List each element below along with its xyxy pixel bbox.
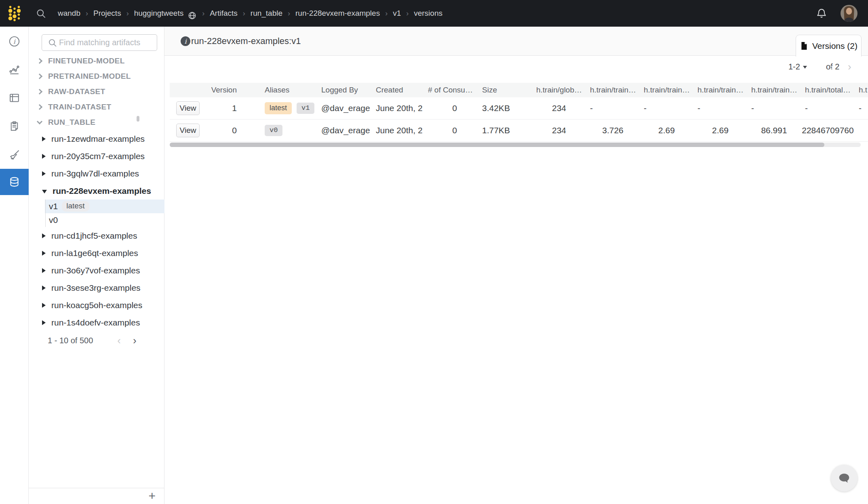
cell-consumers: 0 — [428, 103, 481, 113]
logs-clipboard-icon[interactable] — [0, 113, 29, 139]
triangle-right-icon — [42, 320, 46, 325]
breadcrumb-wandb[interactable]: wandb — [58, 9, 80, 18]
column-header-created[interactable]: Created — [376, 86, 428, 94]
breadcrumb-artifacts[interactable]: Artifacts — [210, 9, 238, 18]
tree-section-raw-dataset[interactable]: RAW-DATASET — [29, 84, 164, 99]
versions-table: Version Aliases Logged By Created # of C… — [170, 83, 868, 142]
column-header-h-train-global[interactable]: h.train/glob… — [532, 86, 586, 94]
table-horizontal-scrollbar-thumb[interactable] — [170, 143, 824, 147]
breadcrumb-artifact-name[interactable]: run-228evxem-examples — [295, 9, 380, 18]
tree-run-item[interactable]: run-1s4doefv-examples — [29, 314, 164, 331]
main-content: i run-228evxem-examples:v1 Versions (2) … — [164, 27, 868, 504]
latest-badge: latest — [62, 201, 89, 212]
column-header-h-train-1[interactable]: h.train/train… — [586, 86, 640, 94]
table-horizontal-scrollbar — [170, 143, 861, 147]
column-header-h-train-2[interactable]: h.train/train… — [640, 86, 693, 94]
search-icon[interactable] — [36, 8, 46, 19]
chevron-right-icon — [37, 89, 42, 94]
column-header-clipped[interactable]: h.t — [855, 86, 868, 94]
chevron-right-icon — [37, 58, 42, 64]
tree-run-item[interactable]: run-koacg5oh-examples — [29, 296, 164, 314]
version-item-v1[interactable]: v1 latest — [45, 200, 164, 213]
tree-run-item[interactable]: run-1zewdmar-examples — [29, 130, 164, 147]
charts-icon[interactable] — [0, 57, 29, 82]
alias-badge-version: v0 — [265, 125, 282, 136]
tree-run-item[interactable]: run-la1ge6qt-examples — [29, 244, 164, 262]
artifact-search-input[interactable] — [59, 38, 157, 47]
overview-info-icon[interactable]: i — [0, 28, 29, 54]
section-label: RUN_TABLE — [48, 118, 95, 127]
cell-aliases: latest v1 — [245, 102, 319, 114]
cell-created: June 20th, 2 — [376, 103, 428, 113]
wandb-logo-icon[interactable] — [6, 4, 23, 23]
sidebar-scrollbar-thumb[interactable] — [137, 116, 139, 122]
tree-run-item[interactable]: run-3sese3rg-examples — [29, 279, 164, 296]
column-header-size[interactable]: Size — [481, 86, 532, 94]
triangle-right-icon — [42, 303, 46, 308]
view-button[interactable]: View — [176, 124, 200, 137]
cell-h-train-1: - — [586, 103, 640, 113]
column-header-h-train-total[interactable]: h.train/total… — [801, 86, 855, 94]
help-chat-button[interactable] — [831, 465, 857, 491]
table-next-page-button[interactable]: › — [848, 61, 851, 73]
artifact-header-bar: i run-228evxem-examples:v1 — [164, 27, 868, 56]
column-header-version[interactable]: Version — [206, 86, 245, 94]
tree-run-item[interactable]: run-3gqlw7dl-examples — [29, 165, 164, 182]
breadcrumb-separator: › — [126, 9, 129, 18]
sweeps-broom-icon[interactable] — [0, 142, 29, 168]
column-header-aliases[interactable]: Aliases — [245, 86, 319, 94]
sidebar-prev-page-button[interactable]: ‹ — [117, 335, 121, 346]
indent-guide — [45, 200, 46, 227]
cell-version: 0 — [206, 126, 245, 135]
user-avatar[interactable] — [841, 5, 857, 22]
tree-run-item[interactable]: run-3o6y7vof-examples — [29, 262, 164, 279]
breadcrumb-version[interactable]: v1 — [393, 9, 401, 18]
notifications-bell-icon[interactable] — [815, 7, 828, 19]
tree-section-finetuned-model[interactable]: FINETUNED-MODEL — [29, 53, 164, 69]
breadcrumb-project-name[interactable]: huggingtweets — [134, 9, 184, 18]
cell-h-train-global: 234 — [532, 126, 586, 135]
version-item-v0[interactable]: v0 — [29, 213, 164, 227]
tab-versions[interactable]: Versions (2) — [796, 35, 862, 57]
cell-size: 1.77KB — [481, 126, 532, 135]
cell-version: 1 — [206, 103, 245, 113]
cell-h-train-total: - — [801, 103, 855, 113]
triangle-down-icon — [42, 190, 47, 193]
tables-icon[interactable] — [0, 85, 29, 111]
column-header-consumers[interactable]: # of Consu… — [428, 86, 481, 94]
chevron-right-icon — [37, 74, 42, 79]
column-header-logged-by[interactable]: Logged By — [319, 86, 376, 94]
view-button[interactable]: View — [176, 101, 200, 115]
tree-section-run-table[interactable]: RUN_TABLE — [29, 115, 164, 130]
column-header-h-train-3[interactable]: h.train/train… — [693, 86, 747, 94]
column-header-h-train-4[interactable]: h.train/train… — [747, 86, 801, 94]
breadcrumb-separator: › — [406, 9, 409, 18]
tree-run-item[interactable]: run-cd1jhcf5-examples — [29, 227, 164, 244]
table-pagination: 1-2 of 2 ‹ › — [164, 62, 868, 74]
rows-range-dropdown[interactable]: 1-2 — [788, 62, 807, 71]
chat-bubble-icon — [837, 471, 851, 485]
info-icon[interactable]: i — [181, 36, 190, 46]
run-label: run-3gqlw7dl-examples — [51, 169, 139, 178]
artifacts-database-icon[interactable] — [0, 169, 29, 195]
cell-clipped: - — [855, 103, 868, 113]
breadcrumb-artifact-type[interactable]: run_table — [251, 9, 282, 18]
top-navbar: wandb › Projects › huggingtweets › Artif… — [0, 0, 868, 27]
tree-section-train-dataset[interactable]: TRAIN-DATASET — [29, 99, 164, 115]
table-header-row: Version Aliases Logged By Created # of C… — [170, 83, 868, 97]
tree-run-item-selected[interactable]: run-228evxem-examples — [29, 182, 164, 200]
cell-h-train-global: 234 — [532, 103, 586, 113]
cell-consumers: 0 — [428, 126, 481, 135]
tree-run-item[interactable]: run-20y35cm7-examples — [29, 147, 164, 165]
sidebar-footer: + — [29, 488, 164, 504]
triangle-right-icon — [42, 251, 46, 256]
table-prev-page-button[interactable]: ‹ — [830, 61, 833, 73]
tree-section-pretrained-model[interactable]: PRETRAINED-MODEL — [29, 69, 164, 84]
breadcrumb-projects[interactable]: Projects — [93, 9, 121, 18]
add-artifact-button[interactable]: + — [148, 489, 156, 503]
sidebar-next-page-button[interactable]: › — [133, 335, 137, 346]
triangle-right-icon — [42, 233, 46, 238]
document-icon — [800, 41, 808, 50]
version-label: v0 — [49, 215, 58, 225]
triangle-right-icon — [42, 154, 46, 159]
